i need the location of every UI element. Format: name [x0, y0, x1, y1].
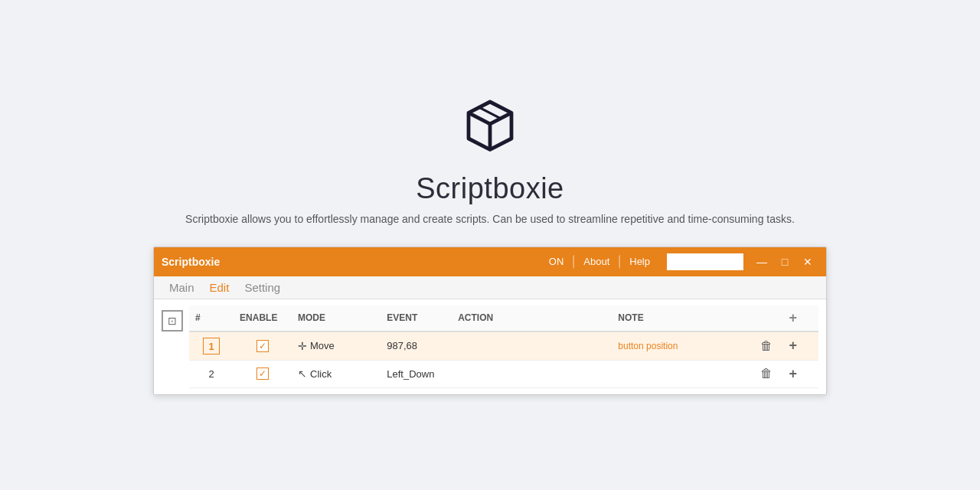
nav-about[interactable]: About	[574, 256, 619, 267]
cell-event-2: Left_Down	[381, 360, 452, 387]
page-wrapper: Scriptboxie Scriptboxie allows you to ef…	[0, 80, 980, 410]
check-tick-1: ✓	[259, 341, 266, 351]
table-row: 1 ✓ ✛ Move	[189, 332, 818, 361]
table-wrapper: # ENABLE MODE EVENT ACTION NOTE +	[189, 305, 818, 388]
col-header-add	[754, 305, 782, 332]
cell-note-1: button position	[612, 332, 754, 361]
content-area: ⊡ # ENABLE MODE EVENT ACTION	[154, 299, 826, 394]
app-window: Scriptboxie ON About Help — □ ✕ Main Edi…	[153, 247, 827, 395]
svg-line-1	[469, 113, 490, 123]
mode-label-1: Move	[310, 340, 335, 351]
col-header-note: NOTE	[612, 305, 754, 332]
titlebar: Scriptboxie ON About Help — □ ✕	[154, 247, 826, 276]
app-description: Scriptboxie allows you to effortlessly m…	[185, 213, 795, 225]
record-icon: ⊡	[168, 315, 177, 327]
col-header-enable: ENABLE	[234, 305, 292, 332]
table-row: 2 ✓ ↖ Click	[189, 360, 818, 387]
cell-action-1	[452, 332, 612, 361]
move-icon: ✛	[298, 340, 307, 352]
cell-delete-2[interactable]: 🗑	[754, 360, 782, 387]
cell-enable-2[interactable]: ✓	[234, 360, 292, 387]
note-text-1: button position	[618, 341, 678, 351]
window-controls: — □ ✕	[751, 251, 818, 273]
minimize-button[interactable]: —	[751, 251, 773, 273]
col-header-plus: +	[782, 305, 818, 332]
titlebar-nav: ON About Help	[540, 253, 743, 270]
cell-mode-2: ↖ Click	[292, 360, 381, 387]
cell-action-2	[452, 360, 612, 387]
mode-label-2: Click	[310, 368, 332, 380]
menubar: Main Edit Setting	[154, 276, 826, 299]
close-button[interactable]: ✕	[797, 251, 818, 273]
window-title: Scriptboxie	[162, 256, 220, 268]
checkbox-1[interactable]: ✓	[256, 340, 269, 352]
nav-help[interactable]: Help	[620, 256, 659, 267]
cell-event-1: 987,68	[381, 332, 452, 361]
delete-icon-1[interactable]: 🗑	[760, 339, 773, 352]
col-header-event: EVENT	[381, 305, 452, 332]
record-button[interactable]: ⊡	[162, 310, 183, 332]
table-header: # ENABLE MODE EVENT ACTION NOTE +	[189, 305, 818, 332]
maximize-button[interactable]: □	[774, 251, 795, 273]
col-header-mode: MODE	[292, 305, 381, 332]
menu-edit[interactable]: Edit	[202, 279, 237, 296]
table-body: 1 ✓ ✛ Move	[189, 332, 818, 388]
table-tools: ⊡ # ENABLE MODE EVENT ACTION	[162, 305, 818, 388]
cell-num-1: 1	[189, 332, 234, 361]
cell-delete-1[interactable]: 🗑	[754, 332, 782, 361]
menu-main[interactable]: Main	[162, 279, 202, 296]
cell-enable-1[interactable]: ✓	[234, 332, 292, 361]
check-tick-2: ✓	[259, 369, 266, 378]
nav-on[interactable]: ON	[540, 256, 574, 267]
checkbox-2[interactable]: ✓	[256, 368, 269, 380]
mode-cell-1: ✛ Move	[298, 340, 374, 352]
cell-mode-1: ✛ Move	[292, 332, 381, 361]
col-header-action: ACTION	[452, 305, 612, 332]
titlebar-search-input[interactable]	[667, 253, 743, 270]
delete-icon-2[interactable]: 🗑	[760, 367, 773, 380]
mode-cell-2: ↖ Click	[298, 368, 374, 380]
app-logo	[459, 96, 521, 157]
click-icon: ↖	[298, 368, 307, 380]
app-title: Scriptboxie	[416, 172, 564, 205]
script-table: # ENABLE MODE EVENT ACTION NOTE +	[189, 305, 818, 388]
cell-add-1[interactable]: +	[782, 332, 818, 361]
tools-sidebar: ⊡	[162, 305, 183, 332]
cell-num-2: 2	[189, 360, 234, 387]
svg-line-4	[479, 107, 501, 118]
cell-add-2[interactable]: +	[782, 360, 818, 387]
menu-setting[interactable]: Setting	[237, 279, 288, 296]
add-icon-1[interactable]: +	[789, 338, 797, 353]
cell-note-2	[612, 360, 754, 387]
row-number-selected: 1	[203, 338, 220, 354]
add-icon-2[interactable]: +	[789, 366, 797, 381]
logo-container	[459, 96, 521, 160]
add-column-button[interactable]: +	[789, 310, 797, 325]
col-header-num: #	[189, 305, 234, 332]
